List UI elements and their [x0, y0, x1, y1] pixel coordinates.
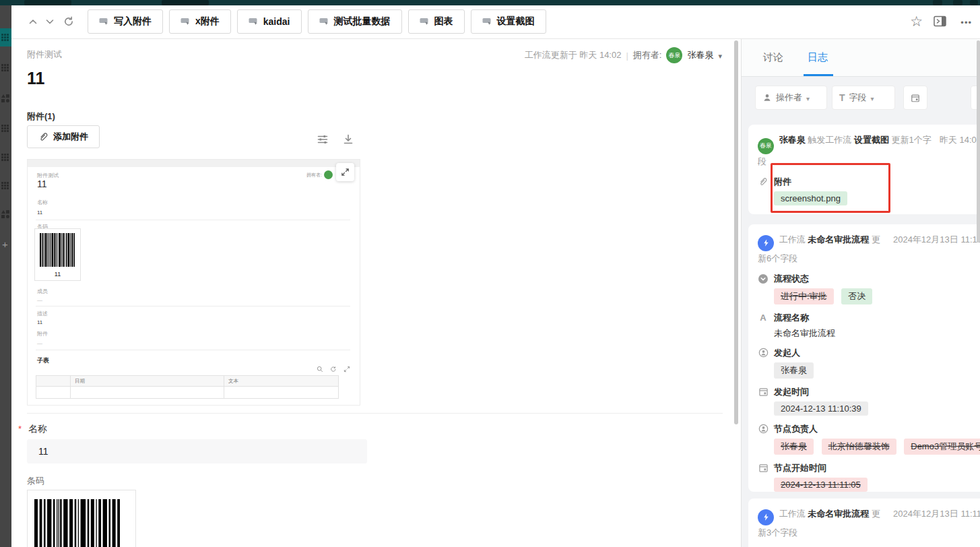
filter-field-button[interactable]: 字段 [832, 86, 895, 110]
sidebar-item-worksheet[interactable] [1, 125, 9, 132]
paperclip-icon [758, 176, 769, 187]
prev-record-button[interactable] [27, 15, 39, 28]
log-actor[interactable]: 张春泉 [779, 135, 806, 145]
preview-owner-label: 拥有者: [306, 172, 322, 179]
worksheet-grid-icon [1, 64, 9, 71]
name-field-input[interactable]: 11 [27, 439, 367, 463]
action-button-write-attachment[interactable]: 写入附件 [88, 9, 163, 34]
owner-name[interactable]: 张春泉 [687, 49, 713, 61]
log-entry-header: 2024年12月13日 11:11 工作流 未命名审批流程 更新3个字段 [758, 507, 980, 540]
preview-barcode: 11 [34, 228, 81, 281]
log-entry-header: 2024年12月13日 11:11 工作流 未命名审批流程 更新6个字段 [758, 232, 980, 265]
main-scrollbar[interactable] [734, 40, 738, 424]
preview-record-title: 11 [37, 179, 47, 189]
log-workflow-name[interactable]: 设置截图 [854, 135, 889, 145]
old-value-pill: 2024-12-13 11:11:05 [774, 478, 868, 492]
worksheet-grid-icon [1, 125, 9, 132]
action-button-test-batch-data[interactable]: 测试批量数据 [308, 9, 402, 34]
action-button-label: 图表 [434, 15, 453, 28]
preview-subtable: 日期 文本 [36, 375, 339, 399]
attachment-section-label: 附件(1) [27, 110, 55, 123]
worksheet-grid-icon [1, 182, 9, 189]
filter-field-label: 字段 [849, 92, 867, 104]
action-click-icon [99, 18, 109, 26]
log-timestamp: 2024年12月13日 11:11 [893, 232, 980, 247]
field-value-text: 未命名审批流程 [774, 327, 835, 340]
favorite-star-icon[interactable] [910, 13, 923, 30]
active-tab-underline [804, 74, 833, 76]
log-entry-header: 昨天 14:02 春泉 张春泉 触发工作流 设置截图 更新1个字段 [758, 133, 980, 168]
log-entry-card: 2024年12月13日 11:11 工作流 未命名审批流程 更新3个字段 [748, 498, 980, 547]
refresh-button[interactable] [63, 15, 75, 28]
owner-dropdown-caret-icon[interactable] [718, 51, 722, 61]
more-options-icon[interactable] [960, 18, 972, 28]
preview-desc-label: 描述 [37, 310, 48, 317]
add-attachment-label: 添加附件 [53, 131, 88, 143]
search-icon [317, 366, 323, 373]
preview-barcode-caption: 11 [35, 271, 80, 278]
action-click-icon [319, 18, 329, 26]
user-avatar[interactable]: 春泉 [758, 138, 774, 154]
action-button-set-screenshot[interactable]: 设置截图 [471, 9, 546, 34]
sidebar-add-item-button[interactable] [2, 239, 8, 249]
attachment-settings-icon[interactable] [317, 133, 329, 146]
field-type-icon [839, 92, 845, 103]
action-button-chart[interactable]: 图表 [408, 9, 465, 34]
action-button-x-attachment[interactable]: x附件 [169, 9, 231, 34]
person-icon [762, 93, 772, 102]
sidebar-item-worksheet[interactable] [1, 154, 9, 161]
add-attachment-button[interactable]: 添加附件 [27, 125, 100, 148]
name-field-label: 名称 [28, 423, 47, 435]
log-field-label: 发起人 [774, 347, 800, 359]
old-value-pill: 张春泉 [774, 439, 814, 455]
sidebar-item-worksheet[interactable] [1, 182, 9, 189]
log-panel: 讨论 日志 操作者 字段 昨天 14:02 春泉 张春泉 触发工作流 设置截图 [741, 39, 980, 547]
log-panel-scrollbar[interactable] [977, 40, 980, 243]
preview-divider [36, 306, 350, 307]
tab-log[interactable]: 日志 [808, 51, 828, 64]
log-field-label: 流程状态 [774, 273, 809, 285]
attachment-value-pill[interactable]: screenshot.png [774, 191, 847, 205]
calendar-icon [758, 463, 769, 474]
attachment-download-icon[interactable] [342, 133, 354, 146]
action-click-icon [181, 18, 191, 26]
record-title: 11 [27, 69, 44, 88]
filter-operator-button[interactable]: 操作者 [755, 86, 827, 110]
action-button-kaidai[interactable]: kaidai [237, 9, 302, 34]
log-timestamp: 2024年12月13日 11:11 [893, 507, 980, 521]
tab-discussion[interactable]: 讨论 [763, 51, 783, 64]
filter-operator-label: 操作者 [776, 92, 802, 104]
owner-label: 拥有者: [633, 49, 662, 61]
preview-divider [36, 220, 350, 220]
preview-attach-label: 附件 [37, 330, 48, 337]
owner-avatar[interactable]: 春泉 [666, 47, 682, 63]
log-workflow-name[interactable]: 未命名审批流程 [808, 509, 869, 519]
next-record-button[interactable] [44, 15, 56, 28]
preview-attach-value: — [37, 340, 42, 346]
meta-divider: | [626, 51, 628, 61]
log-field-label: 流程名称 [774, 312, 809, 324]
attachment-preview-image[interactable]: 附件测试 拥有者: 11 名称 11 条码 11 成员 — 描述 [27, 159, 360, 406]
preview-expand-button[interactable] [336, 163, 354, 181]
side-panel-toggle-icon[interactable] [933, 14, 945, 26]
log-entry-card: 昨天 14:02 春泉 张春泉 触发工作流 设置截图 更新1个字段 附件 scr… [748, 125, 980, 214]
new-value-pill: 否决 [841, 288, 872, 304]
workflow-avatar [758, 235, 774, 251]
preview-name-value: 11 [37, 210, 42, 216]
topbar-icon-fragment [970, 0, 978, 5]
old-value-pill: 进行中:审批 [774, 288, 834, 304]
sidebar-item-worksheet[interactable] [1, 64, 9, 71]
preview-divider [36, 350, 350, 350]
sidebar-item-active-worksheet[interactable] [0, 28, 11, 46]
value-pill: 2024-12-13 11:10:39 [774, 401, 868, 416]
preview-desc-value: 11 [37, 319, 42, 325]
preview-member-value: — [37, 297, 42, 303]
preview-subtable-col-date: 日期 [71, 376, 224, 387]
log-workflow-name[interactable]: 未命名审批流程 [808, 234, 869, 245]
calendar-icon [911, 93, 920, 103]
expand-icon [344, 366, 350, 373]
topbar-icon-fragment [953, 0, 962, 5]
preview-member-label: 成员 [37, 288, 48, 295]
filter-date-button[interactable] [903, 86, 927, 110]
worksheet-name-label: 附件测试 [27, 49, 62, 61]
